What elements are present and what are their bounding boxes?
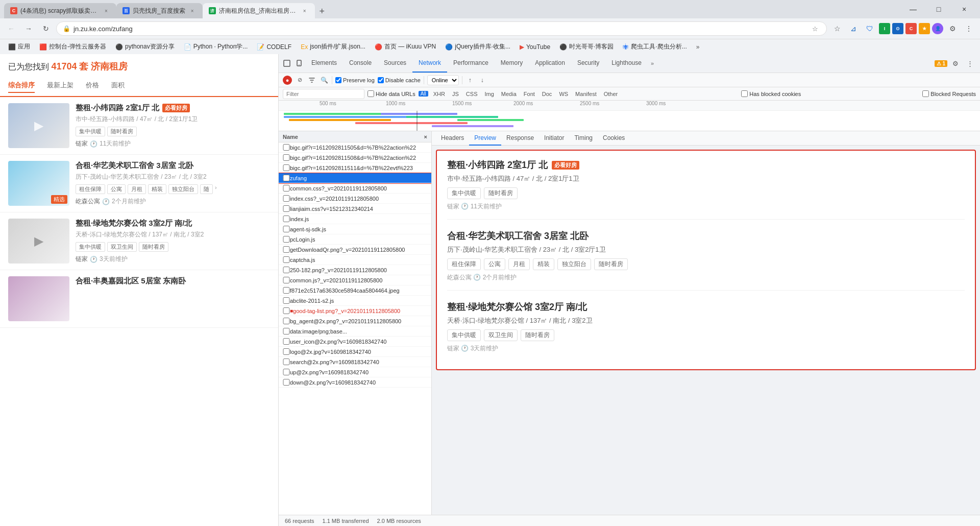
filter-other[interactable]: Other: [602, 90, 620, 98]
network-row-3[interactable]: bigc.gif?r=1612092811511&d=%7B%22evtl%22…: [279, 163, 431, 173]
devtools-inspect-icon[interactable]: [281, 57, 293, 69]
row-checkbox-8[interactable]: [283, 216, 290, 222]
stop-button[interactable]: ⊘: [295, 76, 304, 85]
row-checkbox-13[interactable]: [283, 267, 290, 273]
import-button[interactable]: ↑: [465, 76, 475, 85]
timeline-area[interactable]: 500 ms 1000 ms 1500 ms 2000 ms 2500 ms 3…: [279, 101, 980, 131]
star-icon[interactable]: ☆: [810, 23, 820, 34]
detail-tab-preview[interactable]: Preview: [469, 131, 501, 146]
detail-tab-initiator[interactable]: Initiator: [539, 131, 569, 146]
bookmark-pythonav[interactable]: ⚫ pythonav资源分享: [111, 41, 179, 53]
bookmark-spider[interactable]: 🕷 爬虫工具·爬虫分析...: [619, 41, 691, 53]
filter-media[interactable]: Media: [499, 90, 519, 98]
detail-tab-headers[interactable]: Headers: [436, 131, 469, 146]
bookmark-json[interactable]: Ex json插件/扩展.json...: [297, 41, 370, 53]
network-row-14[interactable]: common.js?_v=20210119112805800: [279, 275, 431, 285]
has-blocked-input[interactable]: [741, 90, 748, 97]
row-checkbox-1[interactable]: [283, 144, 290, 151]
maximize-button[interactable]: □: [927, 2, 950, 17]
ext-icon-1[interactable]: I: [879, 23, 890, 34]
bookmark-python[interactable]: 📄 Python · Python学...: [180, 41, 252, 53]
filter-doc[interactable]: Doc: [540, 90, 554, 98]
row-checkbox-18[interactable]: [283, 318, 290, 324]
row-checkbox-6[interactable]: [283, 195, 290, 202]
ext-icon-3[interactable]: C: [905, 23, 917, 34]
network-row-6[interactable]: index.css?_v=20210119112805800: [279, 194, 431, 204]
row-checkbox-19[interactable]: [283, 328, 290, 334]
settings-icon[interactable]: ⚙: [945, 21, 960, 36]
bookmark-youtube[interactable]: ▶ YouTube: [516, 42, 554, 52]
row-checkbox-7[interactable]: [283, 205, 290, 212]
devtools-ellipsis-icon[interactable]: ⋮: [964, 57, 976, 69]
row-checkbox-2[interactable]: [283, 154, 290, 161]
forward-button[interactable]: →: [21, 21, 36, 36]
menu-icon[interactable]: ⋮: [962, 21, 976, 36]
row-checkbox-zufang[interactable]: [283, 175, 290, 181]
disable-cache-input[interactable]: [378, 77, 384, 83]
bookmark-jquery[interactable]: 🔵 jQuery插件库·收集...: [441, 41, 514, 53]
row-checkbox-17[interactable]: [283, 307, 290, 314]
filter-xhr[interactable]: XHR: [431, 90, 447, 98]
throttle-select[interactable]: Online: [427, 75, 459, 85]
network-row-5[interactable]: common.css?_v=20210119112805800: [279, 183, 431, 194]
filter-button[interactable]: [307, 76, 316, 85]
filter-ws[interactable]: WS: [557, 90, 570, 98]
network-row-17[interactable]: ■ good-tag-list.png?_v=20210119112805800: [279, 306, 431, 316]
back-button[interactable]: ←: [4, 21, 18, 36]
row-checkbox-16[interactable]: [283, 297, 290, 304]
network-row-15[interactable]: f871e2c517a63630ce5894caa5804464.jpeg: [279, 285, 431, 296]
network-row-1[interactable]: bigc.gif?r=1612092811505&d=%7B%22action%…: [279, 142, 431, 153]
disable-cache-checkbox[interactable]: Disable cache: [378, 77, 421, 83]
browser-tab-scrapy[interactable]: C (4条消息) scrapy抓取贩卖找房#... ×: [4, 3, 116, 18]
row-checkbox-20[interactable]: [283, 338, 290, 345]
network-row-18[interactable]: bg_agent@2x.png?_v=20210119112805800: [279, 316, 431, 326]
hide-data-urls-checkbox[interactable]: Hide data URLs: [368, 90, 415, 97]
network-row-9[interactable]: agent-sj-sdk.js: [279, 224, 431, 234]
ext-icon-2[interactable]: ⊙: [892, 23, 903, 34]
devtools-tab-sources[interactable]: Sources: [378, 54, 412, 73]
tab-close-jinan[interactable]: ×: [301, 7, 309, 15]
close-window-button[interactable]: ×: [952, 2, 976, 17]
has-blocked-checkbox[interactable]: Has blocked cookies: [741, 90, 801, 97]
filter-input[interactable]: [283, 89, 364, 99]
listing-item-3[interactable]: ▶ 整租·绿地梵尔赛公馆 3室2厅 南/北 天桥-泺口-绿地梵尔赛公馆 / 13…: [0, 212, 278, 270]
sort-latest[interactable]: 最新上架: [47, 81, 74, 92]
ext-icon-4[interactable]: ★: [919, 23, 930, 34]
listing-item-4[interactable]: 合租·丰奥嘉园北区 5居室 东南卧: [0, 270, 278, 328]
network-row-24[interactable]: down@2x.png?v=1609818342740: [279, 377, 431, 388]
network-row-13[interactable]: 250-182.png?_v=20210119112805800: [279, 265, 431, 275]
row-checkbox-3[interactable]: [283, 164, 290, 171]
blocked-requests-checkbox[interactable]: Blocked Requests: [922, 90, 976, 97]
devtools-tab-application[interactable]: Application: [529, 54, 571, 73]
devtools-tab-lighthouse[interactable]: Lighthouse: [605, 54, 648, 73]
devtools-tab-performance[interactable]: Performance: [447, 54, 495, 73]
ext-icon-5[interactable]: 👤: [932, 23, 943, 34]
bookmark-codelf[interactable]: 📝 CODELF: [253, 42, 296, 52]
detail-tab-cookies[interactable]: Cookies: [598, 131, 630, 146]
network-row-10[interactable]: pcLogin.js: [279, 234, 431, 245]
export-button[interactable]: ↓: [478, 76, 487, 85]
network-row-7[interactable]: lianjiaim.css?v=15212312340214: [279, 204, 431, 214]
network-row-19[interactable]: data:image/png;base...: [279, 326, 431, 337]
refresh-button[interactable]: ↻: [39, 21, 53, 36]
network-row-11[interactable]: getDownloadQr.png?_v=20210119112805800: [279, 245, 431, 255]
search-button[interactable]: 🔍: [320, 76, 329, 85]
row-checkbox-24[interactable]: [283, 379, 290, 386]
row-checkbox-15[interactable]: [283, 287, 290, 294]
listing-item-1[interactable]: ▶ 整租·小纬四路 2室1厅 北 必看好房 市中-经五路-小纬四路 / 47㎡ …: [0, 97, 278, 155]
new-tab-button[interactable]: +: [315, 4, 329, 18]
network-row-12[interactable]: captcha.js: [279, 255, 431, 265]
address-box[interactable]: 🔒 jn.zu.ke.com/zufang ☆: [56, 21, 827, 36]
network-row-22[interactable]: search@2x.png?v=1609818342740: [279, 357, 431, 367]
row-checkbox-22[interactable]: [283, 358, 290, 365]
row-checkbox-23[interactable]: [283, 369, 290, 375]
devtools-tab-elements[interactable]: Elements: [305, 54, 343, 73]
row-checkbox-14[interactable]: [283, 277, 290, 283]
bookmark-huawei[interactable]: 🟥 控制台-弹性云服务器: [35, 41, 110, 53]
detail-tab-response[interactable]: Response: [501, 131, 539, 146]
filter-manifest[interactable]: Manifest: [573, 90, 599, 98]
network-row-23[interactable]: up@2x.png?v=1609818342740: [279, 367, 431, 377]
sort-price[interactable]: 价格: [86, 81, 99, 92]
row-checkbox-10[interactable]: [283, 236, 290, 243]
detail-tab-timing[interactable]: Timing: [569, 131, 598, 146]
